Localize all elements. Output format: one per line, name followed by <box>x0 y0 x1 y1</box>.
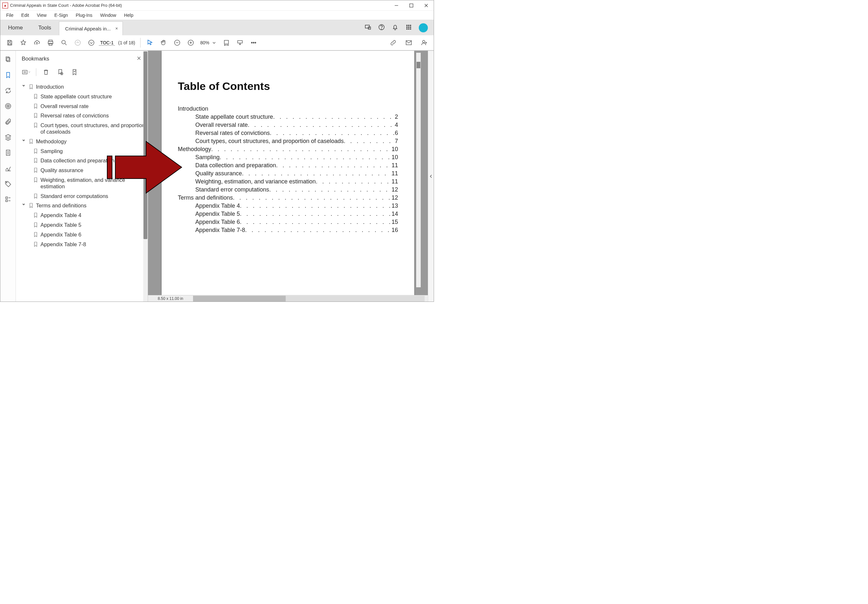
toc-entry[interactable]: Terms and definitions . . . . . . . . . … <box>178 195 398 201</box>
toc-entry[interactable]: Appendix Table 4 . . . . . . . . . . . .… <box>178 202 398 209</box>
bookmark-child[interactable]: Appendix Table 5 <box>33 220 146 230</box>
share-people-icon[interactable] <box>418 37 431 49</box>
menu-edit[interactable]: Edit <box>17 11 33 19</box>
toc-entry[interactable]: Appendix Table 6 . . . . . . . . . . . .… <box>178 219 398 226</box>
search-icon[interactable] <box>58 37 70 49</box>
document-vertical-scrollbar[interactable] <box>416 53 421 287</box>
zoom-level-dropdown[interactable]: 80% <box>198 40 219 46</box>
bookmark-child[interactable]: Appendix Table 4 <box>33 211 146 220</box>
bookmark-label[interactable]: Appendix Table 7-8 <box>40 241 86 248</box>
document-canvas[interactable]: Table of Contents IntroductionState appe… <box>148 51 428 295</box>
bookmark-label[interactable]: Overall reversal rate <box>40 103 89 110</box>
bookmark-child[interactable]: Sampling <box>33 147 146 156</box>
document-tab[interactable]: Criminal Appeals in... × <box>59 22 123 35</box>
bookmark-label[interactable]: Methodology <box>36 139 67 145</box>
prev-page-icon[interactable] <box>71 37 84 49</box>
bookmark-parent[interactable]: Methodology <box>19 137 146 147</box>
document-horizontal-scrollbar-thumb[interactable] <box>193 296 286 301</box>
toc-entry[interactable]: Data collection and preparation . . . . … <box>178 162 398 169</box>
bookmark-child[interactable]: Data collection and preparation <box>33 156 146 166</box>
bookmarks-panel-icon[interactable] <box>3 70 13 80</box>
bookmarks-scrollbar-thumb[interactable] <box>144 51 147 239</box>
help-icon[interactable] <box>378 24 385 32</box>
bookmark-child[interactable]: Appendix Table 7-8 <box>33 240 146 249</box>
toc-entry[interactable]: Methodology . . . . . . . . . . . . . . … <box>178 146 398 153</box>
notifications-icon[interactable] <box>392 24 399 32</box>
bookmark-child[interactable]: State appellate court structure <box>33 92 146 102</box>
document-horizontal-scrollbar[interactable] <box>193 296 425 301</box>
find-bookmark-icon[interactable] <box>70 68 79 77</box>
bookmark-twisty[interactable] <box>21 202 26 207</box>
bookmark-label[interactable]: Sampling <box>40 148 63 154</box>
toc-entry[interactable]: Quality assurance . . . . . . . . . . . … <box>178 170 398 177</box>
order-panel-icon[interactable] <box>3 195 13 204</box>
bookmarks-options-icon[interactable] <box>22 68 31 77</box>
cloud-upload-icon[interactable] <box>31 37 43 49</box>
attachments-panel-icon[interactable] <box>3 117 13 127</box>
bookmark-label[interactable]: Appendix Table 5 <box>40 222 81 229</box>
menu-window[interactable]: Window <box>96 11 120 19</box>
bookmark-label[interactable]: State appellate court structure <box>40 94 112 100</box>
fit-width-icon[interactable] <box>220 37 232 49</box>
link-share-icon[interactable] <box>387 37 399 49</box>
new-bookmark-icon[interactable] <box>56 68 65 77</box>
bookmark-child[interactable]: Court types, court structures, and propo… <box>33 120 146 137</box>
next-page-icon[interactable] <box>85 37 98 49</box>
bookmark-label[interactable]: Court types, court structures, and propo… <box>40 122 146 135</box>
bookmark-label[interactable]: Introduction <box>36 84 64 90</box>
right-tools-collapse[interactable] <box>428 51 434 301</box>
more-tools-icon[interactable] <box>248 37 260 49</box>
read-mode-icon[interactable] <box>234 37 246 49</box>
zoom-out-icon[interactable] <box>171 37 183 49</box>
save-icon[interactable] <box>3 37 16 49</box>
refresh-icon[interactable] <box>3 86 13 96</box>
bookmark-child[interactable]: Appendix Table 6 <box>33 230 146 240</box>
bookmark-label[interactable]: Standard error computations <box>40 193 108 199</box>
bookmark-label[interactable]: Quality assurance <box>40 167 83 174</box>
email-icon[interactable] <box>403 37 415 49</box>
bookmark-child[interactable]: Quality assurance <box>33 166 146 175</box>
toc-entry[interactable]: Appendix Table 7-8 . . . . . . . . . . .… <box>178 227 398 233</box>
menu-esign[interactable]: E-Sign <box>51 11 72 19</box>
document-vertical-scrollbar-thumb[interactable] <box>417 62 420 68</box>
toc-entry[interactable]: Reversal rates of convictions . . . . . … <box>178 130 398 136</box>
star-icon[interactable] <box>17 37 29 49</box>
close-window-button[interactable] <box>419 1 434 10</box>
signatures-panel-icon[interactable] <box>3 164 13 173</box>
page-number-input[interactable] <box>99 40 115 46</box>
bookmark-label[interactable]: Appendix Table 4 <box>40 212 81 219</box>
toc-entry[interactable]: Overall reversal rate . . . . . . . . . … <box>178 122 398 128</box>
page-panel-icon[interactable] <box>3 148 13 158</box>
home-tab[interactable]: Home <box>0 20 31 35</box>
apps-grid-icon[interactable] <box>405 24 412 32</box>
toc-entry[interactable]: Weighting, estimation, and variance esti… <box>178 178 398 185</box>
toc-entry[interactable]: Sampling . . . . . . . . . . . . . . . .… <box>178 154 398 161</box>
bookmark-label[interactable]: Reversal rates of convictions <box>40 113 109 119</box>
menu-plugins[interactable]: Plug-Ins <box>72 11 96 19</box>
delete-bookmark-icon[interactable] <box>42 68 51 77</box>
close-bookmarks-panel[interactable] <box>136 55 142 62</box>
layers-panel-icon[interactable] <box>3 132 13 142</box>
share-devices-icon[interactable] <box>364 24 372 32</box>
bookmarks-tree[interactable]: IntroductionState appellate court struct… <box>16 81 148 301</box>
toc-entry[interactable]: Appendix Table 5 . . . . . . . . . . . .… <box>178 211 398 218</box>
bookmark-child[interactable]: Weighting, estimation, and variance esti… <box>33 175 146 192</box>
bookmark-child[interactable]: Overall reversal rate <box>33 102 146 111</box>
menu-view[interactable]: View <box>33 11 51 19</box>
bookmarks-scrollbar[interactable] <box>143 51 148 301</box>
profile-avatar[interactable] <box>419 23 428 32</box>
toc-entry[interactable]: Standard error computations . . . . . . … <box>178 186 398 193</box>
bookmark-parent[interactable]: Introduction <box>19 82 146 92</box>
bookmark-child[interactable]: Reversal rates of convictions <box>33 111 146 120</box>
bookmark-label[interactable]: Weighting, estimation, and variance esti… <box>40 177 146 190</box>
toc-entry[interactable]: Introduction <box>178 105 398 112</box>
bookmark-child[interactable]: Standard error computations <box>33 192 146 201</box>
print-icon[interactable] <box>44 37 57 49</box>
tags-panel-icon[interactable] <box>3 179 13 188</box>
maximize-button[interactable] <box>404 1 419 10</box>
menu-file[interactable]: File <box>2 11 17 19</box>
bookmark-label[interactable]: Terms and definitions <box>36 202 87 209</box>
selection-tool-icon[interactable] <box>144 37 156 49</box>
bookmark-label[interactable]: Appendix Table 6 <box>40 232 81 238</box>
minimize-button[interactable] <box>389 1 404 10</box>
